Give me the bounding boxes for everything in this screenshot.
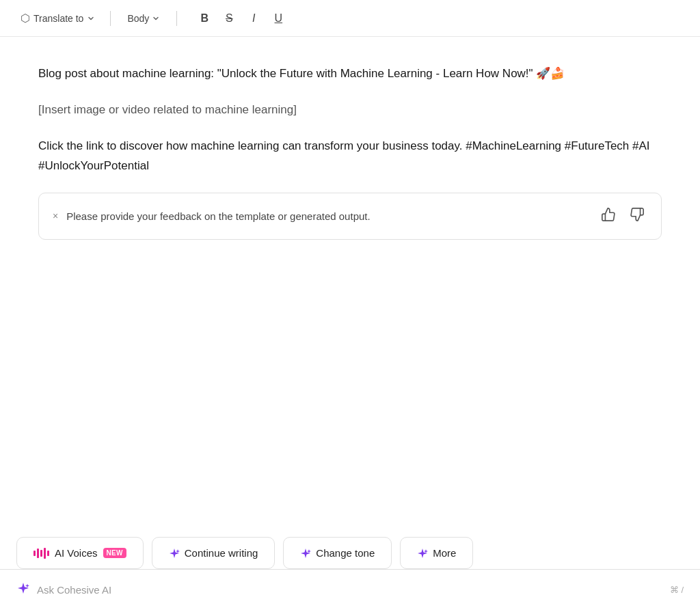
feedback-box: × Please provide your feedback on the te… bbox=[38, 193, 662, 240]
bottom-action-bar: AI Voices NEW Continue writing Change to… bbox=[0, 537, 700, 569]
translate-chevron-icon bbox=[87, 14, 95, 23]
body-style-button[interactable]: Body bbox=[122, 10, 165, 27]
format-buttons: B S I U bbox=[193, 8, 289, 29]
ask-ai-placeholder[interactable]: Ask Cohesive AI bbox=[37, 584, 111, 596]
content-area: Blog post about machine learning: "Unloc… bbox=[0, 37, 700, 283]
bold-button[interactable]: B bbox=[193, 8, 215, 29]
ask-ai-sparkle-icon bbox=[16, 581, 30, 598]
continue-writing-label: Continue writing bbox=[185, 547, 258, 559]
blog-title: Blog post about machine learning: "Unloc… bbox=[38, 64, 662, 84]
body-chevron-icon bbox=[152, 14, 160, 23]
change-tone-button[interactable]: Change tone bbox=[283, 537, 392, 569]
underline-button[interactable]: U bbox=[267, 8, 289, 29]
thumbs-down-icon bbox=[630, 207, 645, 222]
thumbs-down-button[interactable] bbox=[627, 204, 647, 228]
body-style-label: Body bbox=[127, 13, 149, 24]
ai-voices-label: AI Voices bbox=[55, 547, 98, 559]
strikethrough-button[interactable]: S bbox=[218, 8, 240, 29]
blog-media-placeholder: [Insert image or video related to machin… bbox=[38, 100, 662, 120]
ask-ai-bar: Ask Cohesive AI ⌘ / bbox=[0, 569, 700, 610]
format-divider bbox=[176, 11, 177, 26]
more-label: More bbox=[433, 547, 456, 559]
sparkle-icon-tone bbox=[300, 548, 311, 559]
italic-button[interactable]: I bbox=[243, 8, 265, 29]
waveform-bar-1 bbox=[33, 551, 36, 556]
ask-ai-left: Ask Cohesive AI bbox=[16, 581, 111, 598]
new-badge: NEW bbox=[103, 548, 126, 558]
more-button[interactable]: More bbox=[400, 537, 473, 569]
change-tone-label: Change tone bbox=[316, 547, 375, 559]
toolbar: ⬡ Translate to Body B S I U bbox=[0, 0, 700, 37]
ai-voices-button[interactable]: AI Voices NEW bbox=[16, 537, 144, 569]
waveform-bar-3 bbox=[40, 550, 42, 557]
waveform-bar-2 bbox=[37, 549, 39, 558]
blog-body-hashtags: Click the link to discover how machine l… bbox=[38, 137, 662, 176]
toolbar-divider bbox=[110, 11, 111, 26]
translate-button[interactable]: ⬡ Translate to bbox=[16, 9, 99, 27]
sparkle-icon-continue bbox=[169, 548, 180, 559]
translate-label: Translate to bbox=[33, 13, 83, 24]
waveform-icon bbox=[33, 548, 49, 559]
thumbs-up-button[interactable] bbox=[598, 204, 619, 228]
sparkle-icon-more bbox=[417, 548, 428, 559]
waveform-bar-4 bbox=[44, 548, 46, 559]
ask-ai-shortcut: ⌘ / bbox=[670, 585, 684, 595]
feedback-actions bbox=[598, 204, 647, 228]
feedback-close-button[interactable]: × bbox=[53, 210, 58, 221]
feedback-left: × Please provide your feedback on the te… bbox=[53, 210, 371, 222]
translate-icon: ⬡ bbox=[21, 12, 30, 25]
thumbs-up-icon bbox=[601, 207, 616, 222]
continue-writing-button[interactable]: Continue writing bbox=[152, 537, 275, 569]
feedback-placeholder-text: Please provide your feedback on the temp… bbox=[66, 210, 370, 222]
waveform-bar-5 bbox=[47, 551, 49, 556]
